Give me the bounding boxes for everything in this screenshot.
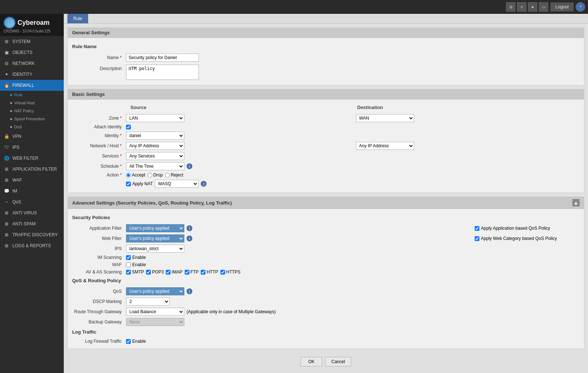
log-firewall-checkbox[interactable] <box>126 339 131 344</box>
zone-src-select[interactable]: LAN <box>126 114 184 122</box>
app-filter-control: User's policy applied i Apply Applicatio… <box>126 224 584 232</box>
ips-row: IPS lantowan_strict <box>68 244 584 254</box>
general-settings-title: General Settings <box>72 30 110 35</box>
name-input[interactable] <box>126 54 199 62</box>
backup-gateway-select[interactable]: None <box>126 318 184 326</box>
description-input[interactable]: UTM policy <box>126 65 199 80</box>
ok-button[interactable]: OK <box>301 357 322 366</box>
sidebar-item-im[interactable]: 💬 IM <box>0 186 64 197</box>
nat-select[interactable]: MASQ <box>155 180 199 188</box>
qos-select[interactable]: User's policy applied <box>126 287 184 295</box>
sidebar-item-objects[interactable]: ▣ OBJECTS <box>0 47 64 58</box>
action-drop-radio[interactable] <box>148 173 152 178</box>
qos-info-icon[interactable]: i <box>187 288 192 294</box>
apply-nat-checkbox[interactable] <box>126 182 131 186</box>
destination-col-header: Destination <box>357 105 584 110</box>
action-reject-radio[interactable] <box>165 173 170 178</box>
attach-identity-checkbox[interactable] <box>126 125 131 129</box>
route-gateway-select[interactable]: Load Balance <box>126 308 184 316</box>
http-checkbox[interactable] <box>201 270 205 275</box>
basic-settings-section: Basic Settings Source Destination <box>67 89 584 193</box>
backup-gateway-label: Backup Gateway <box>68 319 126 325</box>
sidebar-item-ips[interactable]: 🛡 IPS <box>0 142 64 153</box>
basic-settings-cols-header: Source Destination <box>68 103 584 113</box>
sidebar-sub-virtual-host[interactable]: Virtual Host <box>0 99 64 107</box>
web-filter-select[interactable]: User's policy applied <box>126 234 184 242</box>
web-filter-info-icon[interactable]: i <box>187 236 192 241</box>
sidebar-sub-label-rule: Rule <box>14 93 23 97</box>
sidebar-label-app-filter: APPLICATION FILTER <box>12 167 57 172</box>
action-accept-label: Accept <box>126 172 145 178</box>
log-traffic-title: Log Traffic <box>68 327 584 338</box>
tab-rule[interactable]: Rule <box>67 14 88 23</box>
advanced-collapse-button[interactable]: ▲ <box>572 199 580 206</box>
sidebar-item-network[interactable]: ⊟ NETWORK <box>0 58 64 69</box>
schedule-info-icon[interactable]: i <box>187 163 192 169</box>
name-control <box>126 54 199 62</box>
user-avatar: ? <box>576 2 585 12</box>
list-icon[interactable]: ≡ <box>517 2 526 12</box>
advanced-settings-title: Advanced Settings (Security Policies, Qo… <box>72 200 232 206</box>
im-enable-label: Enable <box>126 255 146 260</box>
sidebar-item-logs[interactable]: ⊞ LOGS & REPORTS <box>0 240 64 251</box>
app-filter-info-icon[interactable]: i <box>187 225 192 231</box>
services-required: * <box>120 154 122 159</box>
action-accept-radio[interactable] <box>126 173 131 178</box>
sidebar-item-waf[interactable]: ⊞ WAF <box>0 175 64 186</box>
sidebar-item-vpn[interactable]: 🔒 VPN <box>0 131 64 142</box>
identity-icon: ✦ <box>4 71 9 77</box>
schedule-select[interactable]: All The Time <box>126 162 184 170</box>
basic-settings-body: Source Destination Zone * <box>68 100 584 193</box>
sidebar-item-web-filter[interactable]: 🌐 WEB FILTER <box>0 153 64 164</box>
web-qos-checkbox[interactable] <box>475 236 479 241</box>
sidebar-sub-dos[interactable]: DoS <box>0 123 64 131</box>
sidebar-item-firewall[interactable]: 🔥 FIREWALL <box>0 80 64 91</box>
sidebar-item-app-filter[interactable]: ⊞ APPLICATION FILTER <box>0 164 64 175</box>
waf-icon: ⊞ <box>4 177 9 183</box>
schedule-row: Schedule * All The Time i <box>68 161 584 171</box>
star-icon[interactable]: ★ <box>528 2 537 12</box>
cancel-button[interactable]: Cancel <box>325 357 351 366</box>
sidebar-item-qos[interactable]: ~ QoS <box>0 197 64 207</box>
ftp-checkbox[interactable] <box>185 270 189 275</box>
web-filter-row: Web Filter User's policy applied i Apply… <box>68 233 584 244</box>
name-required: * <box>120 55 122 60</box>
action-required: * <box>120 172 122 178</box>
ips-label: IPS <box>68 246 126 251</box>
route-gateway-label: Route Through Gateway <box>68 309 126 314</box>
apply-nat-row: Apply NAT MASQ i <box>68 179 584 189</box>
imap-checkbox[interactable] <box>166 270 170 275</box>
sidebar-sub-spoof[interactable]: Spoof Prevention <box>0 115 64 123</box>
services-label: Services * <box>68 154 126 159</box>
network-dest-select[interactable]: Any IP Address <box>356 142 414 150</box>
im-enable-checkbox[interactable] <box>126 255 131 260</box>
sidebar-sub-rule[interactable]: Rule <box>0 91 64 99</box>
qos-icon: ~ <box>4 199 9 205</box>
sidebar-item-antivirus[interactable]: ⊞ ANTI VIRUS <box>0 207 64 218</box>
sidebar-item-antispam[interactable]: ⊞ ANTI SPAM <box>0 218 64 229</box>
https-checkbox[interactable] <box>220 270 225 275</box>
app-filter-select[interactable]: User's policy applied <box>126 224 184 232</box>
schedule-control: All The Time i <box>126 162 584 170</box>
app-qos-checkbox[interactable] <box>475 226 479 231</box>
sidebar-item-identity[interactable]: ✦ IDENTITY <box>0 69 64 80</box>
dscp-select[interactable]: 2 <box>126 298 170 306</box>
smtp-label: SMTP <box>132 269 144 275</box>
waf-enable-checkbox[interactable] <box>126 263 131 267</box>
zone-dest-select[interactable]: WAN <box>356 114 414 122</box>
monitor-icon[interactable]: ▭ <box>539 2 548 12</box>
web-filter-icon: 🌐 <box>4 155 9 161</box>
pop3-checkbox[interactable] <box>146 270 151 275</box>
logout-button[interactable]: Logout <box>550 3 573 11</box>
sidebar-item-system[interactable]: ⊞ SYSTEM <box>0 36 64 47</box>
smtp-checkbox[interactable] <box>126 270 131 275</box>
services-select[interactable]: Any Services <box>126 152 184 160</box>
network-src-select[interactable]: Any IP Address <box>126 142 184 150</box>
network-host-label: Network / Host * <box>68 143 126 148</box>
identity-select[interactable]: daniel <box>126 132 184 140</box>
sidebar-item-traffic[interactable]: ⊞ TRAFFIC DISCOVERY <box>0 229 64 240</box>
nat-info-icon[interactable]: i <box>201 181 207 187</box>
ips-select[interactable]: lantowan_strict <box>126 245 184 253</box>
grid-icon[interactable]: ⊞ <box>506 2 516 12</box>
sidebar-sub-nat-policy[interactable]: NAT Policy <box>0 107 64 115</box>
